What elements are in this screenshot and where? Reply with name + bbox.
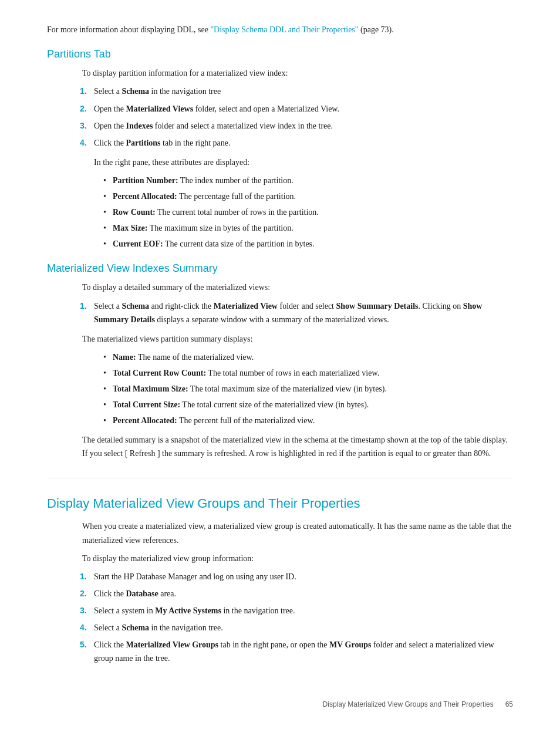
bullet-total-row-count: Total Current Row Count: The total numbe… — [106, 366, 513, 380]
step-3: Open the Indexes folder and select a mat… — [94, 119, 513, 133]
bullet-percent-allocated-mv: Percent Allocated: The percent full of t… — [106, 414, 513, 427]
intro-paragraph: For more information about displaying DD… — [47, 23, 513, 36]
mv-indexes-summary-section: Materialized View Indexes Summary To dis… — [47, 262, 513, 460]
bullet-partition-number: Partition Number: The index number of th… — [106, 174, 513, 187]
partitions-tab-intro: To display partition information for a m… — [82, 66, 513, 80]
bullet-percent-allocated: Percent Allocated: The percentage full o… — [106, 190, 513, 203]
intro-text: For more information about displaying DD… — [47, 25, 210, 34]
mv-indexes-heading: Materialized View Indexes Summary — [47, 262, 513, 275]
partitions-tab-steps: Select a Schema in the navigation tree O… — [94, 85, 513, 149]
dmv-step-4: Select a Schema in the navigation tree. — [94, 621, 513, 634]
dmv-step-5: Click the Materialized View Groups tab i… — [94, 638, 513, 665]
display-mv-groups-intro2: To display the materialized view group i… — [82, 552, 513, 565]
partitions-bullets: Partition Number: The index number of th… — [106, 174, 513, 251]
bullet-total-max-size: Total Maximum Size: The total maximum si… — [106, 382, 513, 396]
partitions-after-steps: In the right pane, these attributes are … — [94, 156, 513, 169]
dmv-step-3: Select a system in My Active Systems in … — [94, 604, 513, 617]
mv-bullets: Name: The name of the materialized view.… — [106, 350, 513, 427]
display-mv-groups-steps: Start the HP Database Manager and log on… — [94, 570, 513, 666]
partitions-tab-section: Partitions Tab To display partition info… — [47, 48, 513, 251]
partitions-tab-heading: Partitions Tab — [47, 48, 513, 60]
bullet-name: Name: The name of the materialized view. — [106, 350, 513, 364]
intro-link[interactable]: "Display Schema DDL and Their Properties… — [210, 25, 358, 34]
display-mv-groups-intro1: When you create a materialized view, a m… — [82, 519, 513, 546]
bullet-row-count: Row Count: The current total number of r… — [106, 205, 513, 219]
display-mv-groups-heading: Display Materialized View Groups and The… — [47, 478, 513, 511]
mv-step-1: Select a Schema and right-click the Mate… — [94, 299, 513, 326]
dmv-step-2: Click the Database area. — [94, 587, 513, 600]
mv-after-steps: The materialized views partition summary… — [82, 332, 513, 346]
intro-suffix: (page 73). — [359, 25, 394, 34]
mv-indexes-intro: To display a detailed summary of the mat… — [82, 281, 513, 294]
step-1: Select a Schema in the navigation tree — [94, 85, 513, 98]
page-number: 65 — [505, 700, 513, 708]
bullet-current-eof: Current EOF: The current data size of th… — [106, 237, 513, 251]
bullet-max-size: Max Size: The maximum size in bytes of t… — [106, 221, 513, 235]
step-4: Click the Partitions tab in the right pa… — [94, 136, 513, 150]
display-mv-groups-section: Display Materialized View Groups and The… — [47, 478, 513, 665]
footer-text: Display Materialized View Groups and The… — [323, 700, 494, 708]
bullet-total-current-size: Total Current Size: The total current si… — [106, 398, 513, 411]
mv-closing: The detailed summary is a snapshot of th… — [82, 433, 513, 460]
dmv-step-1: Start the HP Database Manager and log on… — [94, 570, 513, 583]
intro-link-text: "Display Schema DDL and Their Properties… — [210, 25, 358, 34]
step-2: Open the Materialized Views folder, sele… — [94, 102, 513, 116]
page-footer: Display Materialized View Groups and The… — [47, 700, 513, 708]
mv-indexes-steps: Select a Schema and right-click the Mate… — [94, 299, 513, 326]
